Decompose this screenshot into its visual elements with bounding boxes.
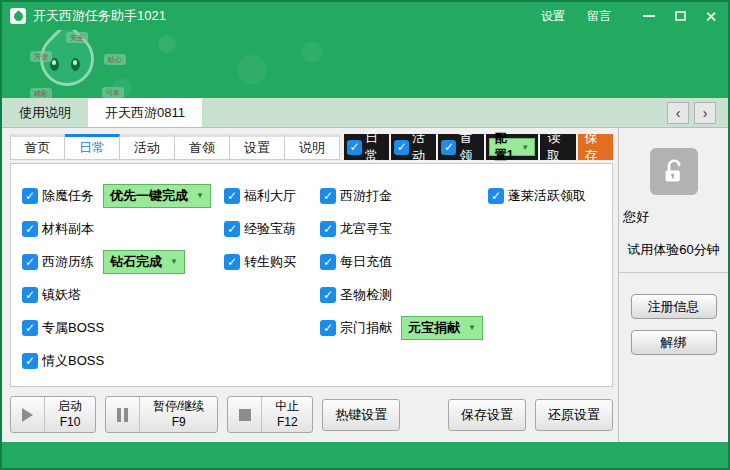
task-checkbox[interactable]: ✓ 每日充值 — [320, 253, 488, 271]
mascot-drop-icon — [12, 10, 25, 23]
account-sidebar: 您好 试用体验60分钟 注册信息 解绑 — [619, 128, 728, 442]
subtab[interactable]: 首领 — [175, 134, 230, 160]
checkbox-check-icon[interactable]: ✓ — [488, 188, 504, 204]
task-option-dropdown[interactable]: 优先一键完成 ▼ — [103, 184, 211, 208]
restore-settings-button[interactable]: 还原设置 — [535, 399, 613, 431]
task-checkbox[interactable]: ✓ 西游打金 — [320, 187, 488, 205]
window-title: 开天西游任务助手1021 — [33, 7, 166, 25]
task-option-dropdown[interactable]: 元宝捐献 ▼ — [401, 316, 483, 340]
task-label: 专属BOSS — [42, 319, 104, 337]
task-label: 材料副本 — [42, 220, 94, 238]
save-settings-button[interactable]: 保存设置 — [448, 399, 526, 431]
checkbox-check-icon[interactable]: ✓ — [320, 320, 336, 336]
chevron-right-icon: › — [703, 106, 708, 120]
subtab-bar: 首页 日常 活动 首领 设置 说明 ✓ 日常 — [10, 134, 613, 160]
unlock-icon — [650, 148, 698, 195]
chevron-down-icon: ▼ — [170, 257, 178, 266]
task-checkbox[interactable]: ✓ 除魔任务 优先一键完成 ▼ — [22, 184, 224, 208]
task-label: 西游历练 — [42, 253, 94, 271]
task-checkbox[interactable]: ✓ 情义BOSS — [22, 352, 224, 370]
header-bubble-label: 安全 — [66, 32, 88, 43]
checkbox-check-icon[interactable]: ✓ — [22, 353, 38, 369]
checkbox-check-icon[interactable]: ✓ — [320, 254, 336, 270]
header-bubble-label: 精彩 — [30, 88, 52, 98]
checkbox-check-icon[interactable]: ✓ — [320, 221, 336, 237]
toolbar-check-chip[interactable]: ✓ 日常 — [344, 134, 389, 160]
maximize-button[interactable] — [673, 9, 687, 23]
task-label: 西游打金 — [340, 187, 392, 205]
unbind-button[interactable]: 解绑 — [631, 330, 717, 355]
close-button[interactable]: ✕ — [704, 9, 718, 23]
task-checkbox[interactable]: ✓ 专属BOSS — [22, 319, 224, 337]
task-option-dropdown[interactable]: 钻石完成 ▼ — [103, 250, 185, 274]
checkbox-check-icon[interactable]: ✓ — [441, 140, 456, 155]
close-icon: ✕ — [705, 9, 718, 24]
task-label: 福利大厅 — [244, 187, 296, 205]
subtab[interactable]: 活动 — [120, 134, 175, 160]
task-checkbox[interactable]: ✓ 宗门捐献 元宝捐献 ▼ — [320, 316, 488, 340]
window-tab[interactable]: 使用说明 — [2, 98, 88, 127]
hotkey-settings-button[interactable]: 热键设置 — [322, 399, 400, 431]
checkbox-check-icon[interactable]: ✓ — [224, 221, 240, 237]
checkbox-check-icon[interactable]: ✓ — [22, 254, 38, 270]
checkbox-check-icon[interactable]: ✓ — [347, 140, 362, 155]
header-bubble-label: 可靠 — [102, 87, 124, 98]
checkbox-check-icon[interactable]: ✓ — [320, 188, 336, 204]
tab-scroll-right-button[interactable]: › — [694, 102, 716, 124]
toolbar-check-chip[interactable]: ✓ 首领 — [438, 134, 483, 160]
titlebar-menu-item[interactable]: 留言 — [587, 8, 611, 25]
task-label: 每日充值 — [340, 253, 392, 271]
stop-button[interactable]: 中止 F12 — [227, 396, 313, 433]
checkbox-check-icon[interactable]: ✓ — [394, 140, 409, 155]
register-info-button[interactable]: 注册信息 — [631, 294, 717, 319]
checkbox-check-icon[interactable]: ✓ — [22, 188, 38, 204]
read-config-button[interactable]: 读取 — [540, 134, 575, 160]
checkbox-check-icon[interactable]: ✓ — [224, 254, 240, 270]
start-button[interactable]: 启动 F10 — [10, 396, 96, 433]
greeting-text: 您好 — [623, 208, 649, 226]
profile-select[interactable]: 配置1 ▼ — [486, 134, 539, 160]
checkbox-check-icon[interactable]: ✓ — [22, 287, 38, 303]
task-label: 宗门捐献 — [340, 319, 392, 337]
app-window: 开天西游任务助手1021 设置 留言 ✕ 安全 方便 贴心 — [0, 0, 730, 470]
task-label: 镇妖塔 — [42, 286, 81, 304]
checkbox-check-icon[interactable]: ✓ — [320, 287, 336, 303]
checkbox-check-icon[interactable]: ✓ — [22, 221, 38, 237]
sidebar-divider — [619, 272, 728, 273]
subtab[interactable]: 日常 — [65, 134, 120, 160]
subtab[interactable]: 说明 — [285, 134, 340, 160]
quick-toolbar: ✓ 日常 ✓ 活动 ✓ 首领 — [344, 134, 613, 160]
footer-bar — [2, 442, 728, 468]
titlebar-menu: 设置 留言 — [541, 8, 611, 25]
minimize-icon — [643, 15, 655, 17]
titlebar-menu-item[interactable]: 设置 — [541, 8, 565, 25]
checkbox-check-icon[interactable]: ✓ — [224, 188, 240, 204]
task-checkbox[interactable]: ✓ 材料副本 — [22, 220, 224, 238]
window-tab[interactable]: 开天西游0811 — [88, 98, 202, 127]
pause-resume-button[interactable]: 暂停/继续 F9 — [105, 396, 218, 433]
task-checkbox[interactable]: ✓ 龙宫寻宝 — [320, 220, 488, 238]
subtab[interactable]: 设置 — [230, 134, 285, 160]
main-area: 首页 日常 活动 首领 设置 说明 ✓ 日常 — [2, 128, 728, 442]
task-checkbox[interactable]: ✓ 蓬莱活跃领取 — [488, 187, 606, 205]
stop-hotkey: F12 — [277, 415, 298, 431]
save-config-button[interactable]: 保存 — [578, 134, 613, 160]
task-checkbox[interactable]: ✓ 圣物检测 — [320, 286, 488, 304]
titlebar: 开天西游任务助手1021 设置 留言 ✕ — [2, 2, 728, 30]
task-checkbox[interactable]: ✓ 镇妖塔 — [22, 286, 224, 304]
task-label: 转生购买 — [244, 253, 296, 271]
checkbox-check-icon[interactable]: ✓ — [22, 320, 38, 336]
header-banner: 安全 方便 贴心 精彩 可靠 — [2, 30, 728, 98]
task-checkbox[interactable]: ✓ 转生购买 — [224, 253, 320, 271]
minimize-button[interactable] — [642, 9, 656, 23]
task-checkbox[interactable]: ✓ 福利大厅 — [224, 187, 320, 205]
tab-scroll-left-button[interactable]: ‹ — [667, 102, 689, 124]
play-icon — [22, 408, 33, 422]
subtab[interactable]: 首页 — [10, 134, 65, 160]
control-bar: 启动 F10 暂停/继续 F9 中止 F12 — [10, 396, 613, 433]
task-checkbox[interactable]: ✓ 西游历练 钻石完成 ▼ — [22, 250, 224, 274]
task-label: 龙宫寻宝 — [340, 220, 392, 238]
task-checkbox[interactable]: ✓ 经验宝葫 — [224, 220, 320, 238]
toolbar-check-chip[interactable]: ✓ 活动 — [391, 134, 436, 160]
task-label: 圣物检测 — [340, 286, 392, 304]
